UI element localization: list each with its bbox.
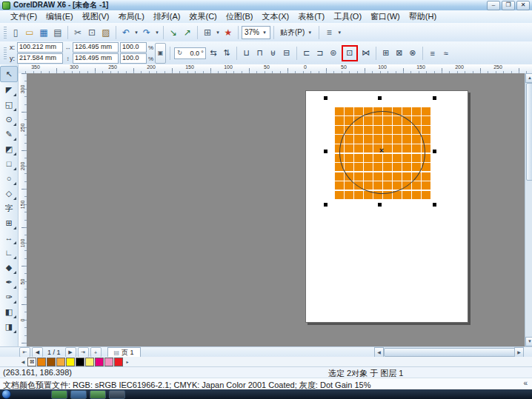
maximize-button[interactable]: ❐	[502, 1, 515, 10]
outline-pen-tool[interactable]: ✑	[1, 289, 17, 304]
application-launcher-icon[interactable]: ⊞	[201, 26, 214, 39]
mirror-horizontal-button[interactable]: ⇆	[207, 47, 219, 59]
menu-edit[interactable]: 编辑(E)	[41, 10, 78, 23]
zoom-tool[interactable]: ⊙	[1, 112, 17, 127]
mirror-vertical-button[interactable]: ⇅	[221, 47, 233, 59]
first-page-button[interactable]: ⇤	[19, 347, 30, 358]
scale-v-field[interactable]: 100.0	[120, 53, 147, 64]
eyedropper-tool[interactable]: ✒	[1, 275, 17, 289]
menu-text[interactable]: 文本(X)	[257, 10, 293, 23]
new-icon[interactable]: ▯	[9, 26, 22, 39]
basic-shapes-tool[interactable]: ◆	[1, 260, 17, 275]
scroll-left-arrow[interactable]: ◀	[374, 347, 384, 358]
scroll-down-arrow[interactable]: ▼	[525, 337, 532, 346]
color-swatch[interactable]	[37, 358, 46, 366]
combine-button[interactable]: ⊡	[344, 47, 356, 59]
color-swatch[interactable]	[47, 358, 56, 366]
dimension-tool[interactable]: ↔	[1, 230, 17, 245]
menu-tools[interactable]: 工具(O)	[329, 10, 366, 23]
fill-tool[interactable]: ◧	[1, 304, 17, 319]
last-page-button[interactable]: ⇥	[78, 347, 89, 358]
launcher-dropdown-caret[interactable]: ▾	[215, 30, 221, 36]
color-swatch[interactable]	[56, 358, 65, 366]
toolbar-grip[interactable]	[4, 27, 7, 38]
palette-scroll-left-button[interactable]: ◀	[19, 358, 27, 366]
undo-icon[interactable]: ↶	[119, 26, 133, 39]
menu-layout[interactable]: 布局(L)	[113, 10, 148, 23]
color-swatch[interactable]	[66, 358, 75, 366]
no-color-swatch[interactable]: ⊠	[27, 358, 36, 366]
intersect-button[interactable]: ⊎	[267, 47, 279, 59]
horizontal-scroll-thumb[interactable]	[384, 348, 516, 357]
property-bar-grip[interactable]	[4, 47, 7, 59]
menu-file[interactable]: 文件(F)	[6, 10, 41, 23]
interactive-fill-tool[interactable]: ◨	[1, 319, 17, 334]
import-icon[interactable]: ↘	[167, 26, 180, 39]
object-width-field[interactable]: 126.495 mm	[73, 42, 119, 53]
snap-to-combo[interactable]: 贴齐(P) ▾	[277, 26, 316, 39]
menu-window[interactable]: 窗口(W)	[366, 10, 405, 23]
collapse-button[interactable]: «	[523, 379, 528, 387]
y-position-field[interactable]: 217.584 mm	[17, 53, 63, 64]
menu-help[interactable]: 帮助(H)	[405, 10, 441, 23]
menu-view[interactable]: 视图(V)	[78, 10, 114, 23]
freehand-tool[interactable]: ✎	[1, 127, 17, 141]
trim-button[interactable]: ⊓	[254, 47, 266, 59]
zoom-level-combo[interactable]: 37% ▾	[242, 26, 270, 39]
drawing-canvas[interactable]: ×	[27, 73, 525, 346]
copy-icon[interactable]: ⊡	[85, 26, 99, 39]
connector-tool[interactable]: ∟	[1, 245, 17, 260]
group-button[interactable]: ⊞	[380, 47, 392, 59]
options-icon[interactable]: ≡	[322, 26, 336, 39]
vertical-scrollbar[interactable]: ▲ ▼	[525, 73, 532, 346]
next-page-button[interactable]: ▶	[65, 347, 76, 358]
vertical-scroll-thumb[interactable]	[526, 83, 532, 181]
x-position-field[interactable]: 100.212 mm	[17, 42, 63, 53]
horizontal-scrollbar[interactable]: ◀ ▶	[374, 347, 524, 356]
weld-button[interactable]: ⊔	[241, 47, 253, 59]
color-swatch[interactable]	[104, 358, 113, 366]
smart-fill-tool[interactable]: ◩	[1, 141, 17, 156]
pick-tool[interactable]: ↖	[0, 66, 18, 82]
add-page-button[interactable]: +	[90, 347, 102, 358]
welcome-screen-icon[interactable]: ★	[222, 26, 235, 39]
text-tool[interactable]: 字	[1, 201, 17, 215]
ellipse-tool[interactable]: ○	[1, 171, 17, 186]
align-distribute-button[interactable]: ≡	[427, 47, 439, 59]
redo-dropdown-caret[interactable]: ▾	[154, 30, 160, 36]
table-tool[interactable]: ⊞	[1, 215, 17, 230]
cut-icon[interactable]: ✂	[71, 26, 84, 39]
ungroup-all-button[interactable]: ⊗	[407, 47, 419, 59]
open-icon[interactable]: ▭	[23, 26, 36, 39]
shape-tool[interactable]: ◤	[1, 82, 17, 97]
export-icon[interactable]: ↗	[181, 26, 194, 39]
scale-h-field[interactable]: 100.0	[120, 42, 147, 53]
lock-ratio-button[interactable]: ▣	[155, 43, 166, 64]
print-icon[interactable]: ▤	[51, 26, 64, 39]
save-icon[interactable]: ▦	[37, 26, 50, 39]
undo-dropdown-caret[interactable]: ▾	[133, 30, 139, 36]
minimize-button[interactable]: –	[487, 1, 500, 10]
selection-center-marker[interactable]: ×	[377, 146, 386, 155]
break-apart-button[interactable]: ⋈	[360, 47, 372, 59]
rectangle-tool[interactable]: □	[1, 156, 17, 171]
scroll-up-arrow[interactable]: ▲	[525, 73, 532, 83]
zoom-dropdown-caret[interactable]: ▾	[262, 30, 267, 36]
menu-arrange[interactable]: 排列(A)	[149, 10, 185, 23]
color-swatch[interactable]	[114, 358, 123, 366]
ungroup-button[interactable]: ⊠	[393, 47, 405, 59]
scroll-right-arrow[interactable]: ▶	[514, 347, 524, 358]
taskbar-button[interactable]	[109, 390, 125, 399]
redo-icon[interactable]: ↷	[140, 26, 153, 39]
rotation-angle-field[interactable]: ↻ 0.0 °	[174, 47, 206, 59]
taskbar-button[interactable]	[51, 390, 67, 399]
options-dropdown-caret[interactable]: ▾	[336, 30, 342, 36]
menu-effects[interactable]: 效果(C)	[185, 10, 222, 23]
create-boundary-button[interactable]: ⊚	[327, 47, 339, 59]
color-swatch[interactable]	[76, 358, 84, 366]
taskbar-button[interactable]	[70, 390, 87, 399]
prev-page-button[interactable]: ◀	[32, 347, 43, 358]
menu-table[interactable]: 表格(T)	[293, 10, 329, 23]
start-button[interactable]	[1, 389, 11, 399]
paste-icon[interactable]: ▨	[99, 26, 113, 39]
